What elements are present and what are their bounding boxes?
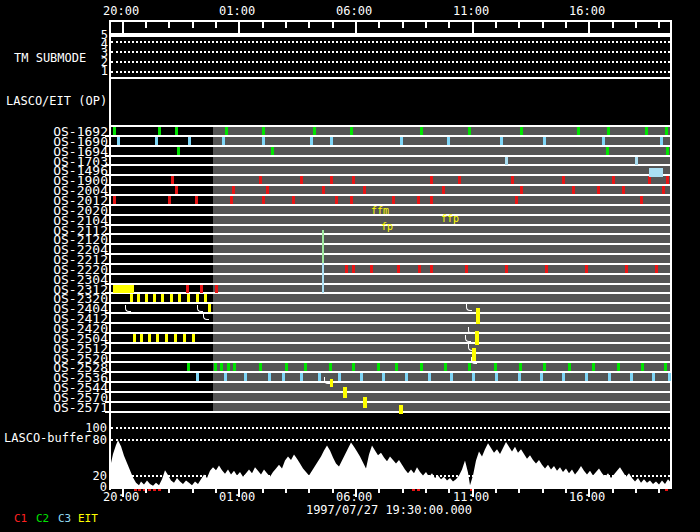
event-tick <box>285 363 288 371</box>
top-axis-tick <box>122 22 124 33</box>
event-tick <box>187 363 190 371</box>
event-tick <box>668 373 671 381</box>
tm-submode-dotted-line <box>111 71 670 73</box>
event-tick <box>148 334 151 342</box>
os-row-band <box>213 275 670 283</box>
event-tick <box>310 137 313 145</box>
event-tick <box>187 294 190 302</box>
bottom-axis-tick <box>658 489 660 493</box>
tm-submode-dotted-line <box>111 41 670 43</box>
event-tick <box>418 265 421 273</box>
event-link-hook-icon <box>465 335 471 342</box>
event-tick <box>352 176 355 184</box>
event-tick <box>330 137 333 145</box>
event-bar <box>476 308 480 324</box>
top-axis-tick <box>215 22 217 28</box>
event-tick <box>652 373 655 381</box>
bottom-axis-tick <box>168 489 170 493</box>
event-tick <box>519 363 522 371</box>
event-tick <box>515 196 518 204</box>
event-tick <box>304 363 307 371</box>
event-tick <box>382 373 385 381</box>
event-tick <box>318 373 321 381</box>
top-axis-tick <box>542 22 544 28</box>
event-tick <box>585 265 588 273</box>
bottom-axis-tick <box>192 489 194 493</box>
os-row-band <box>213 344 670 352</box>
bottom-axis-tick <box>635 489 637 493</box>
event-tick <box>350 127 353 135</box>
event-link-hook-icon <box>197 305 203 312</box>
top-axis-tick <box>402 22 404 28</box>
event-tick <box>232 186 235 194</box>
event-tick <box>630 373 633 381</box>
bottom-axis-tick <box>145 489 147 493</box>
event-tick <box>230 196 233 204</box>
bottom-axis-tick <box>612 489 614 493</box>
lasco-buffer-label: LASCO-buffer <box>4 431 91 445</box>
event-tick <box>612 176 615 184</box>
event-tick <box>597 186 600 194</box>
event-tick <box>335 196 338 204</box>
event-tick <box>543 137 546 145</box>
event-tick <box>360 373 363 381</box>
event-tick <box>155 137 158 145</box>
event-tick <box>660 137 663 145</box>
tm-submode-dotted-line <box>111 61 670 63</box>
event-tick <box>117 137 120 145</box>
event-bar <box>399 405 403 414</box>
event-tick <box>635 157 638 165</box>
tm-submode-label: TM SUBMODE <box>14 51 86 65</box>
event-tick <box>395 363 398 371</box>
event-label: ffm <box>371 205 389 216</box>
event-tick <box>622 186 625 194</box>
top-axis-tick <box>425 22 427 28</box>
event-tick <box>602 137 605 145</box>
event-tick <box>322 186 325 194</box>
event-tick <box>577 127 580 135</box>
top-axis-tick <box>238 22 240 33</box>
event-tick <box>562 373 565 381</box>
event-link-hook-icon <box>466 304 472 311</box>
event-link-hook-icon <box>471 357 477 364</box>
event-tick <box>606 147 609 155</box>
top-axis-tick <box>285 22 287 28</box>
event-tick <box>262 127 265 135</box>
event-tick <box>400 137 403 145</box>
top-axis-tick <box>495 22 497 28</box>
legend-item-c3: C3 <box>58 512 71 525</box>
event-tick <box>282 373 285 381</box>
event-link-hook-icon <box>203 313 209 320</box>
os-row-band <box>213 127 670 135</box>
event-tick <box>666 176 669 184</box>
top-axis-tick <box>168 22 170 28</box>
os-row-label: OS-2571 <box>38 400 108 415</box>
tm-submode-active-bar <box>111 33 670 37</box>
event-tick <box>175 127 178 135</box>
event-tick <box>417 196 420 204</box>
tm-submode-bottom-border <box>109 77 672 79</box>
event-tick <box>266 186 269 194</box>
bottom-axis-tick <box>495 489 497 493</box>
event-tick <box>156 334 159 342</box>
tm-submode-dotted-line <box>111 51 670 53</box>
event-tick <box>608 373 611 381</box>
event-tick <box>585 373 588 381</box>
event-tick <box>540 373 543 381</box>
event-tick <box>222 137 225 145</box>
event-tick <box>195 196 198 204</box>
event-tick <box>220 363 223 371</box>
event-tick <box>352 265 355 273</box>
bottom-axis-tick <box>262 489 264 493</box>
event-tick <box>177 147 180 155</box>
event-tick <box>511 176 514 184</box>
top-axis-tick <box>658 22 660 28</box>
event-tick <box>300 176 303 184</box>
os-row-band <box>213 147 670 155</box>
top-axis-tick <box>262 22 264 28</box>
event-bar <box>322 230 324 263</box>
event-tick <box>186 285 189 293</box>
os-row-band <box>213 265 670 273</box>
event-tick <box>175 186 178 194</box>
event-tick <box>641 363 644 371</box>
